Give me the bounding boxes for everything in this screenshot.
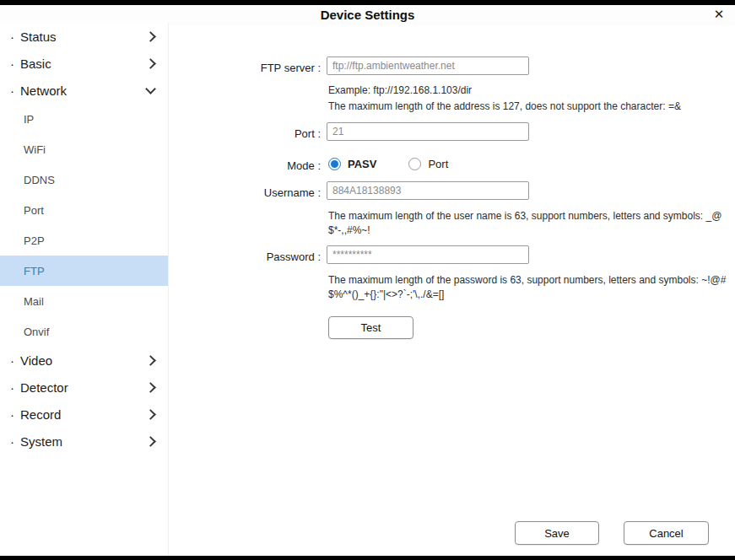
chevron-right-icon: [145, 382, 156, 393]
bullet: ·: [10, 30, 14, 44]
sidebar-item-label: Video: [20, 353, 52, 368]
sidebar-item-basic[interactable]: · Basic: [0, 50, 168, 77]
ftp-server-label: FTP server :: [194, 62, 321, 74]
sidebar-item-status[interactable]: · Status: [0, 23, 168, 50]
bullet: ·: [10, 57, 14, 71]
sidebar-item-port[interactable]: Port: [0, 195, 168, 225]
chevron-down-icon: [145, 83, 156, 94]
sidebar-item-system[interactable]: · System: [0, 428, 168, 455]
username-label: Username :: [194, 186, 321, 199]
sidebar-item-ddns[interactable]: DDNS: [0, 164, 168, 195]
sidebar-item-network[interactable]: · Network: [0, 77, 168, 104]
port-mode-radio[interactable]: [408, 158, 421, 170]
bullet: ·: [10, 434, 14, 449]
ftp-server-input[interactable]: [327, 57, 529, 75]
sidebar-item-p2p[interactable]: P2P: [0, 225, 168, 256]
sidebar-item-label: System: [20, 434, 62, 449]
sidebar-subitem-label: Port: [24, 204, 44, 217]
chevron-right-icon: [145, 409, 156, 420]
close-icon[interactable]: ✕: [710, 5, 728, 24]
sidebar-item-label: Network: [20, 83, 67, 98]
ftp-length-hint: The maximum length of the address is 127…: [328, 100, 681, 114]
port-mode-radio-label[interactable]: Port: [428, 158, 448, 170]
bullet: ·: [10, 353, 14, 368]
bullet: ·: [10, 407, 14, 422]
sidebar: · Status · Basic · Network IP WiFi DDNS …: [0, 23, 169, 556]
username-input[interactable]: [327, 181, 529, 200]
sidebar-item-label: Basic: [20, 57, 51, 71]
chevron-right-icon: [145, 58, 156, 69]
sidebar-item-mail[interactable]: Mail: [0, 286, 168, 316]
sidebar-subitem-label: P2P: [24, 234, 45, 247]
chevron-right-icon: [145, 436, 156, 447]
chevron-right-icon: [145, 355, 156, 366]
password-input[interactable]: [327, 245, 529, 264]
bullet: ·: [10, 83, 14, 98]
sidebar-item-label: Record: [20, 407, 61, 422]
sidebar-subitem-label: Onvif: [24, 326, 49, 338]
ftp-example-hint: Example: ftp://192.168.1.103/dir: [328, 83, 472, 98]
save-button[interactable]: Save: [515, 521, 599, 545]
sidebar-subitem-label: FTP: [24, 265, 45, 277]
sidebar-subitem-label: DDNS: [24, 174, 55, 186]
sidebar-item-video[interactable]: · Video: [0, 347, 168, 374]
sidebar-item-ip[interactable]: IP: [0, 104, 168, 134]
bottom-border: [0, 556, 735, 560]
sidebar-item-ftp[interactable]: FTP: [0, 256, 168, 286]
sidebar-item-label: Detector: [20, 380, 68, 395]
username-hint: The maximum length of the user name is 6…: [328, 209, 732, 239]
sidebar-item-wifi[interactable]: WiFi: [0, 134, 168, 164]
pasv-radio-label[interactable]: PASV: [348, 158, 376, 170]
password-hint: The maximum length of the password is 63…: [328, 273, 732, 303]
mode-label: Mode :: [194, 159, 321, 172]
sidebar-subitem-label: WiFi: [24, 143, 46, 156]
test-button[interactable]: Test: [328, 316, 413, 339]
port-label: Port :: [194, 127, 321, 140]
bullet: ·: [10, 380, 14, 395]
sidebar-item-detector[interactable]: · Detector: [0, 374, 168, 401]
device-settings-dialog: Device Settings ✕ · Status · Basic · Net…: [0, 0, 735, 560]
sidebar-item-onvif[interactable]: Onvif: [0, 316, 168, 347]
chevron-right-icon: [145, 31, 156, 42]
port-input[interactable]: [327, 122, 529, 141]
sidebar-item-record[interactable]: · Record: [0, 401, 168, 428]
pasv-radio[interactable]: [328, 158, 341, 170]
sidebar-item-label: Status: [20, 30, 57, 44]
sidebar-subitem-label: Mail: [24, 295, 44, 308]
cancel-button[interactable]: Cancel: [624, 521, 709, 545]
password-label: Password :: [194, 250, 321, 263]
sidebar-subitem-label: IP: [24, 113, 34, 126]
